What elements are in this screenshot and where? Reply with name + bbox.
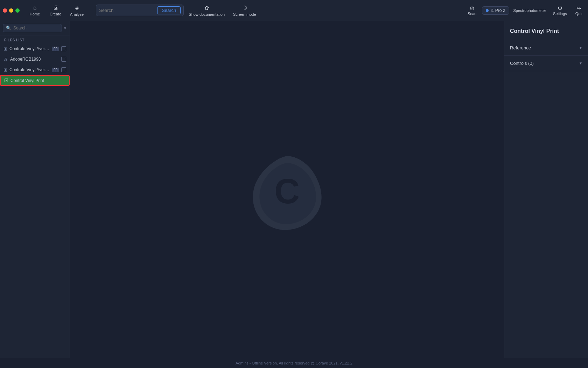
spectrophotometer-label: Spectrophotometer (513, 8, 546, 13)
sidebar: 🔍 ▼ FILES LIST ⊞Controle Vinyl Avery - .… (0, 21, 70, 368)
file-name: Control Vinyl Print (10, 78, 65, 83)
traffic-lights (3, 8, 20, 13)
scan-label: Scan (468, 12, 476, 16)
toolbar: ⌂ Home 🖨 Create ◈ Analyse Search ✿ Show … (0, 0, 588, 21)
quit-label: Quit (575, 12, 582, 16)
toolbar-search-input[interactable] (99, 8, 155, 13)
chevron-down-icon: ▼ (579, 61, 582, 65)
coraye-logo: C (245, 152, 329, 237)
files-list-label: FILES LIST (0, 35, 70, 43)
sidebar-search-icon: 🔍 (6, 26, 11, 30)
sidebar-search-container: 🔍 ▼ (0, 21, 70, 35)
right-panel-items: Reference▼Controls (0)▼ (504, 40, 588, 71)
right-panel: Control Vinyl Print Reference▼Controls (… (504, 21, 588, 368)
analyse-label: Analyse (70, 12, 84, 16)
layers-icon: ⊞ (4, 46, 7, 52)
spectro-dot (486, 9, 489, 12)
footer-text: Admins - Offline Version. All rights res… (236, 361, 352, 365)
settings-button[interactable]: ⚙ Settings (550, 4, 570, 17)
maximize-button[interactable] (15, 8, 20, 13)
analyse-button[interactable]: ◈ Analyse (66, 3, 87, 18)
right-panel-item-label: Controls (0) (510, 61, 534, 66)
file-item-3[interactable]: ⊞Controle Vinyl Avery - ...99 (0, 64, 70, 75)
docs-icon: ✿ (204, 5, 209, 11)
toolbar-search-button[interactable]: Search (157, 6, 181, 14)
main-layout: 🔍 ▼ FILES LIST ⊞Controle Vinyl Avery - .… (0, 21, 588, 368)
check-icon: ☑ (4, 78, 8, 83)
analyse-icon: ◈ (75, 5, 79, 11)
create-label: Create (50, 12, 61, 16)
file-checkbox[interactable] (61, 57, 66, 62)
right-panel-title: Control Vinyl Print (504, 21, 588, 40)
scan-button[interactable]: ⊘ Scan (465, 4, 479, 17)
home-icon: ⌂ (33, 5, 37, 11)
file-checkbox[interactable] (61, 67, 66, 72)
center-content: C (70, 21, 504, 368)
printer-icon: 🖨 (4, 57, 8, 62)
file-checkbox[interactable] (61, 46, 66, 51)
file-item-4[interactable]: ☑Control Vinyl Print (0, 75, 70, 86)
spectro-label: i1 Pro 2 (491, 8, 505, 13)
quit-icon: ↪ (576, 5, 581, 12)
sidebar-search-input[interactable] (13, 26, 59, 30)
settings-label: Settings (553, 12, 567, 16)
screen-mode-label: Screen mode (233, 12, 256, 16)
coraye-shape-svg: C (245, 152, 329, 237)
show-docs-label: Show documentation (189, 12, 225, 16)
quit-button[interactable]: ↪ Quit (573, 4, 585, 17)
show-docs-button[interactable]: ✿ Show documentation (185, 3, 228, 18)
file-name: Controle Vinyl Avery - ... (9, 67, 50, 72)
file-item-1[interactable]: ⊞Controle Vinyl Avery - ...99 (0, 43, 70, 54)
right-panel-item-label: Reference (510, 45, 531, 50)
file-badge: 99 (52, 47, 59, 51)
svg-text:C: C (274, 171, 300, 211)
footer: Admins - Offline Version. All rights res… (0, 358, 588, 368)
screen-mode-button[interactable]: ☽ Screen mode (230, 3, 259, 18)
sidebar-search-dropdown-icon[interactable]: ▼ (63, 26, 67, 30)
close-button[interactable] (3, 8, 7, 13)
toolbar-right: ⊘ Scan i1 Pro 2 Spectrophotometer ⚙ Sett… (465, 4, 585, 17)
screen-mode-icon: ☽ (242, 5, 247, 11)
file-list: ⊞Controle Vinyl Avery - ...99🖨AdobeRGB19… (0, 43, 70, 86)
file-name: Controle Vinyl Avery - ... (9, 46, 50, 51)
layers-icon: ⊞ (4, 67, 7, 73)
file-name: AdobeRGB1998 (10, 57, 59, 62)
home-label: Home (30, 12, 40, 16)
sidebar-search-inner: 🔍 (3, 24, 62, 32)
toolbar-search-bar: Search (96, 5, 184, 16)
chevron-down-icon: ▼ (579, 46, 582, 50)
create-icon: 🖨 (53, 5, 58, 11)
create-button[interactable]: 🖨 Create (46, 3, 65, 18)
file-item-2[interactable]: 🖨AdobeRGB1998 (0, 54, 70, 64)
home-button[interactable]: ⌂ Home (25, 3, 44, 18)
right-panel-item-reference[interactable]: Reference▼ (504, 40, 588, 56)
scan-icon: ⊘ (470, 5, 474, 12)
right-panel-item-controls-(0)[interactable]: Controls (0)▼ (504, 56, 588, 71)
file-badge: 99 (52, 68, 59, 72)
minimize-button[interactable] (9, 8, 13, 13)
divider (90, 4, 90, 17)
settings-icon: ⚙ (558, 5, 562, 12)
spectro-display: i1 Pro 2 (482, 6, 509, 15)
spectrophotometer-label-container: Spectrophotometer (512, 7, 548, 14)
